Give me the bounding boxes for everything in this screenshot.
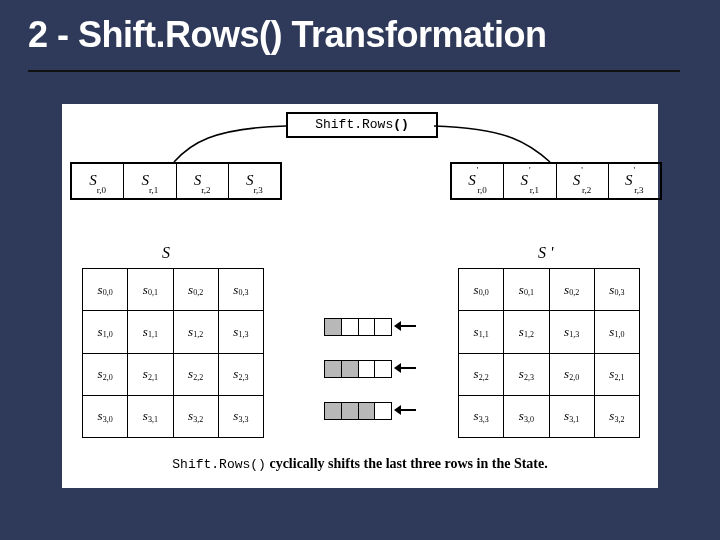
diagram-panel: Shift.Rows() Sr,0 Sr,1 Sr,2 Sr,3 S'r,0 S…: [62, 104, 658, 488]
grid-cell: s2,1: [128, 354, 173, 395]
grid-cell: s0,2: [550, 269, 595, 310]
grid-cell: s3,1: [128, 396, 173, 437]
grid-cell: s0,0: [83, 269, 128, 310]
slide: 2 - Shift.Rows() Transformation Shift.Ro…: [0, 0, 720, 540]
grid-cell: s2,0: [83, 354, 128, 395]
arrow-left-icon: [394, 321, 416, 331]
output-row-cell: S'r,2: [557, 164, 609, 198]
output-row-cell: S'r,0: [452, 164, 504, 198]
title-rule: [28, 70, 680, 72]
state-grid-in: s0,0s0,1s0,2s0,3s1,0s1,1s1,2s1,3s2,0s2,1…: [82, 268, 264, 438]
grid-cell: s0,2: [174, 269, 219, 310]
state-label-in: S: [162, 244, 170, 262]
input-row-cell: Sr,0: [72, 164, 124, 198]
grid-cell: s2,1: [595, 354, 639, 395]
grid-cell: s1,1: [128, 311, 173, 352]
grid-cell: s1,3: [219, 311, 263, 352]
grid-cell: s0,1: [128, 269, 173, 310]
shift-indicator: [324, 360, 392, 378]
grid-cell: s1,1: [459, 311, 504, 352]
grid-cell: s3,2: [174, 396, 219, 437]
grid-cell: s0,3: [595, 269, 639, 310]
grid-cell: s0,1: [504, 269, 549, 310]
arrow-left-icon: [394, 363, 416, 373]
grid-cell: s1,3: [550, 311, 595, 352]
input-row: Sr,0 Sr,1 Sr,2 Sr,3: [70, 162, 282, 200]
grid-cell: s2,2: [174, 354, 219, 395]
shift-indicator: [324, 402, 392, 420]
grid-cell: s1,0: [595, 311, 639, 352]
page-title: 2 - Shift.Rows() Transformation: [0, 0, 720, 56]
grid-cell: s3,2: [595, 396, 639, 437]
grid-cell: s1,2: [174, 311, 219, 352]
grid-cell: s2,2: [459, 354, 504, 395]
grid-cell: s3,3: [219, 396, 263, 437]
output-row: S'r,0 S'r,1 S'r,2 S'r,3: [450, 162, 662, 200]
grid-cell: s3,0: [504, 396, 549, 437]
state-grid-out: s0,0s0,1s0,2s0,3s1,1s1,2s1,3s1,0s2,2s2,3…: [458, 268, 640, 438]
grid-cell: s3,0: [83, 396, 128, 437]
grid-cell: s1,2: [504, 311, 549, 352]
caption: Shift.Rows() cyclically shifts the last …: [62, 456, 658, 472]
input-row-cell: Sr,3: [229, 164, 280, 198]
input-row-cell: Sr,2: [177, 164, 229, 198]
input-row-cell: Sr,1: [124, 164, 176, 198]
caption-text: cyclically shifts the last three rows in…: [266, 456, 548, 471]
grid-cell: s3,1: [550, 396, 595, 437]
grid-cell: s3,3: [459, 396, 504, 437]
shift-indicator: [324, 318, 392, 336]
caption-mono: Shift.Rows(): [172, 457, 266, 472]
grid-cell: s0,0: [459, 269, 504, 310]
grid-cell: s2,3: [504, 354, 549, 395]
grid-cell: s2,3: [219, 354, 263, 395]
arrow-left-icon: [394, 405, 416, 415]
grid-cell: s1,0: [83, 311, 128, 352]
grid-cell: s0,3: [219, 269, 263, 310]
grid-cell: s2,0: [550, 354, 595, 395]
output-row-cell: S'r,1: [504, 164, 556, 198]
output-row-cell: S'r,3: [609, 164, 660, 198]
state-label-out: S ': [538, 244, 553, 262]
